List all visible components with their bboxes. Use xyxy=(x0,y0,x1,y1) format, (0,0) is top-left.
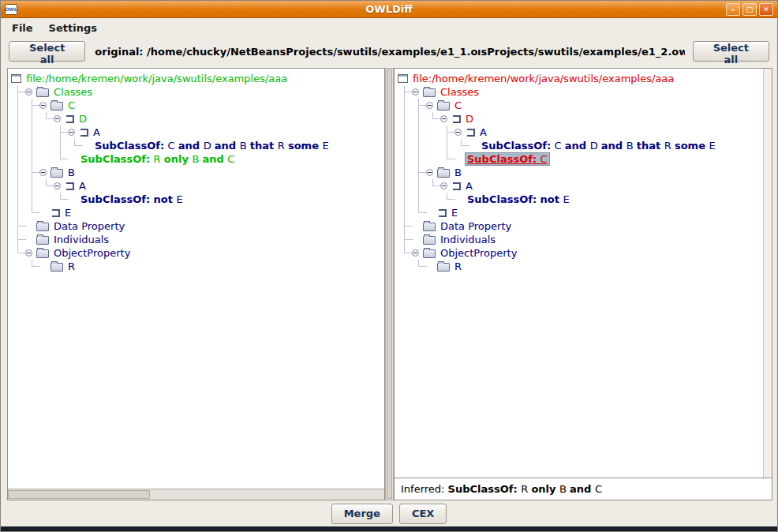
tree-node-label[interactable]: B xyxy=(66,167,77,178)
tree-node-label[interactable]: Classes xyxy=(52,86,94,98)
expand-handle[interactable] xyxy=(412,246,423,260)
tree-node[interactable]: file:/home/kremen/work/java/swutils/exam… xyxy=(11,72,383,85)
menu-file[interactable]: File xyxy=(12,22,33,34)
tree-node-label[interactable]: file:/home/kremen/work/java/swutils/exam… xyxy=(24,73,289,84)
expand-handle[interactable] xyxy=(54,179,65,193)
minimize-button[interactable]: – xyxy=(726,3,740,16)
tree-node[interactable]: C xyxy=(398,99,770,112)
tree-node-label[interactable]: E xyxy=(450,207,459,219)
tree-node-label[interactable]: Data Property xyxy=(439,220,513,232)
tree-node[interactable]: E xyxy=(398,206,770,219)
tree-node[interactable]: SubClassOf: R only B and C xyxy=(11,152,383,166)
collapse-icon[interactable] xyxy=(68,129,75,136)
tree-node-label[interactable]: C xyxy=(66,99,77,111)
tree-node-label[interactable]: file:/home/kremen/work/java/swutils/exam… xyxy=(411,73,675,84)
tree-node-label[interactable]: Classes xyxy=(439,86,481,98)
left-vertical-scrollbar[interactable] xyxy=(385,68,394,500)
expand-handle[interactable] xyxy=(412,85,423,99)
tree-node[interactable]: SubClassOf: not E xyxy=(398,193,770,206)
tree-node[interactable]: Data Property xyxy=(11,219,383,233)
tree-node[interactable]: D xyxy=(11,112,383,126)
left-horizontal-scrollbar[interactable] xyxy=(8,489,384,500)
collapse-icon[interactable] xyxy=(25,249,32,257)
tree-node-label[interactable]: B xyxy=(453,167,463,178)
tree-node-label[interactable]: ObjectProperty xyxy=(52,247,132,259)
expand-handle[interactable] xyxy=(454,126,466,139)
tree-node[interactable]: B xyxy=(11,166,383,179)
tree-node-label[interactable]: A xyxy=(464,180,474,192)
tree-node[interactable]: ObjectProperty xyxy=(11,246,383,260)
tree-node-label[interactable]: D xyxy=(464,113,475,125)
maximize-button[interactable]: □ xyxy=(742,3,757,16)
scrollbar-thumb[interactable] xyxy=(387,69,392,499)
tree-node[interactable]: Classes xyxy=(398,85,770,99)
tree-node[interactable]: R xyxy=(398,260,770,273)
tree-node-label[interactable]: SubClassOf: C xyxy=(466,153,549,165)
cex-button[interactable]: CEX xyxy=(399,504,447,524)
collapse-icon[interactable] xyxy=(39,169,47,176)
tree-node[interactable]: D xyxy=(398,112,770,126)
right-vertical-scrollbar[interactable] xyxy=(763,69,772,478)
expand-handle[interactable] xyxy=(54,112,65,126)
tree-node[interactable]: file:/home/kremen/work/java/swutils/exam… xyxy=(398,72,770,85)
tree-node-label[interactable]: Individuals xyxy=(52,234,110,245)
tree-node[interactable]: SubClassOf: not E xyxy=(11,193,383,206)
tree-node[interactable]: B xyxy=(398,166,770,179)
tree-node[interactable]: R xyxy=(11,260,383,273)
tree-node[interactable]: A xyxy=(11,179,383,193)
expand-handle[interactable] xyxy=(440,112,451,126)
tree-node[interactable]: SubClassOf: C and D and B that R some E xyxy=(11,139,383,152)
expand-handle[interactable] xyxy=(440,179,451,193)
tree-node[interactable]: Classes xyxy=(11,85,383,99)
select-all-left-button[interactable]: Select all xyxy=(9,41,85,62)
tree-node[interactable]: ObjectProperty xyxy=(398,246,770,260)
collapse-icon[interactable] xyxy=(54,115,61,122)
menu-settings[interactable]: Settings xyxy=(49,22,97,34)
expand-handle[interactable] xyxy=(25,85,36,99)
tree-node-label[interactable]: R xyxy=(66,260,77,272)
expand-handle[interactable] xyxy=(426,99,437,112)
tree-node[interactable]: Individuals xyxy=(398,233,770,246)
collapse-icon[interactable] xyxy=(39,102,47,109)
tree-node-label[interactable]: Individuals xyxy=(439,234,497,245)
expand-handle[interactable] xyxy=(426,166,437,179)
tree-node-label[interactable]: SubClassOf: not E xyxy=(79,193,185,205)
tree-node-label[interactable]: SubClassOf: C and D and B that R some E xyxy=(480,140,717,152)
tree-node-label[interactable]: SubClassOf: not E xyxy=(466,193,571,205)
collapse-icon[interactable] xyxy=(426,169,433,176)
select-all-right-button[interactable]: Select all xyxy=(693,41,769,62)
scrollbar-thumb[interactable] xyxy=(8,490,150,499)
collapse-icon[interactable] xyxy=(440,182,447,189)
tree-node[interactable]: SubClassOf: C xyxy=(398,152,770,166)
tree-node-label[interactable]: D xyxy=(77,113,88,125)
merge-button[interactable]: Merge xyxy=(331,504,393,524)
tree-node[interactable]: A xyxy=(398,126,770,139)
close-button[interactable]: ✕ xyxy=(759,3,773,16)
tree-node[interactable]: A xyxy=(11,126,383,139)
tree-node-label[interactable]: C xyxy=(453,99,463,111)
tree-node[interactable]: Data Property xyxy=(398,219,770,233)
collapse-icon[interactable] xyxy=(440,115,447,122)
tree-node-label[interactable]: Data Property xyxy=(52,220,126,232)
tree-node-label[interactable]: A xyxy=(77,180,88,192)
tree-node-label[interactable]: SubClassOf: R only B and C xyxy=(79,153,236,165)
tree-node[interactable]: E xyxy=(11,206,383,219)
expand-handle[interactable] xyxy=(25,246,36,260)
tree-node-label[interactable]: E xyxy=(63,207,73,219)
tree-node-label[interactable]: ObjectProperty xyxy=(439,247,518,259)
tree-node[interactable]: Individuals xyxy=(11,233,383,246)
collapse-icon[interactable] xyxy=(25,88,32,96)
expand-handle[interactable] xyxy=(39,99,50,112)
collapse-icon[interactable] xyxy=(54,182,61,189)
tree-node-label[interactable]: A xyxy=(478,126,488,138)
collapse-icon[interactable] xyxy=(412,249,419,257)
collapse-icon[interactable] xyxy=(426,102,433,109)
collapse-icon[interactable] xyxy=(412,88,419,96)
tree-node[interactable]: A xyxy=(398,179,770,193)
expand-handle[interactable] xyxy=(39,166,50,179)
tree-node-label[interactable]: A xyxy=(92,126,102,138)
tree-node-label[interactable]: SubClassOf: C and D and B that R some E xyxy=(93,140,331,152)
expand-handle[interactable] xyxy=(68,126,79,139)
collapse-icon[interactable] xyxy=(454,129,462,136)
tree-node[interactable]: C xyxy=(11,99,383,112)
